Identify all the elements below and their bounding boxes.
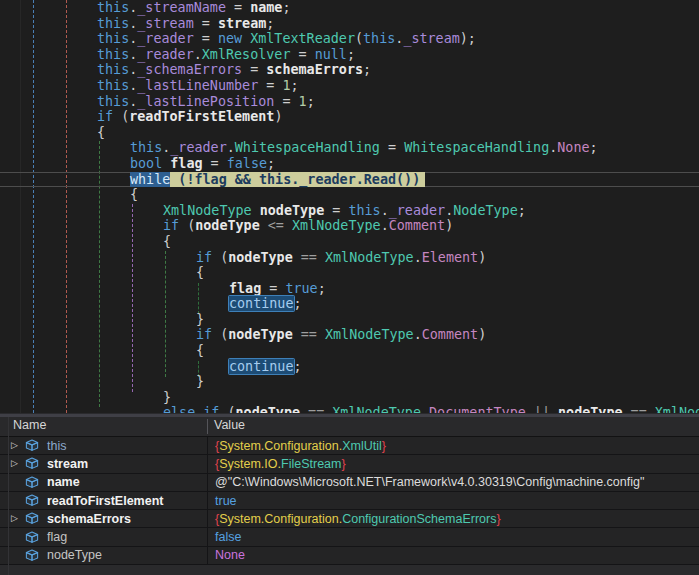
code-line[interactable]: this._schemaErrors = schemaErrors; (0, 62, 699, 78)
code-token: ; (318, 281, 326, 296)
expand-arrow-icon[interactable]: ▷ (11, 514, 24, 523)
code-line[interactable]: { (0, 234, 699, 250)
code-editor[interactable]: this._streamName = name;this._stream = s… (0, 0, 699, 413)
variable-name: nodeType (47, 548, 102, 562)
code-line[interactable]: this._lastLinePosition = 1; (0, 94, 699, 110)
variable-value[interactable]: @"C:\Windows\Microsoft.NET\Framework\v4.… (207, 474, 699, 491)
expand-arrow-icon[interactable]: ▷ (11, 459, 24, 468)
code-token: ; (590, 140, 598, 155)
variable-value[interactable]: true (207, 492, 699, 509)
code-token: this (97, 31, 129, 46)
code-token: _reader (389, 203, 445, 218)
code-token: ); (460, 31, 476, 46)
code-line[interactable]: { (0, 187, 699, 203)
code-line[interactable]: this._stream = stream; (0, 16, 699, 32)
code-line[interactable]: if (nodeType <= XmlNodeType.Comment) (0, 218, 699, 234)
locals-row-schemaErrors[interactable]: ▷schemaErrors{System.Configuration.Confi… (0, 510, 699, 528)
code-token: XmlNodeType (292, 218, 381, 233)
variable-name: flag (47, 530, 67, 544)
code-line[interactable]: { (0, 343, 699, 359)
code-token: _stream (403, 31, 459, 46)
field-icon (24, 456, 40, 471)
code-line[interactable]: this._reader.XmlResolver = null; (0, 47, 699, 63)
code-token: = (194, 16, 218, 31)
column-header-value[interactable]: Value (214, 418, 245, 432)
code-token: . (194, 47, 202, 62)
code-token: schemaErrors (266, 62, 363, 77)
column-header-name[interactable]: Name (13, 418, 46, 432)
code-token: || (526, 405, 558, 413)
code-token: ; (282, 0, 290, 15)
code-token: flag (170, 156, 202, 171)
code-token: 1 (299, 94, 307, 109)
code-token: ; (363, 62, 371, 77)
code-token: this (130, 140, 162, 155)
code-token: Comment (422, 327, 478, 342)
code-line[interactable]: this._reader = new XmlTextReader(this._s… (0, 31, 699, 47)
code-token: == (623, 405, 655, 413)
code-token: if (97, 109, 113, 124)
code-token: XmlNodeType (325, 250, 414, 265)
code-line[interactable]: this._streamName = name; (0, 0, 699, 16)
code-line[interactable]: continue; (0, 296, 699, 312)
code-token: ; (294, 296, 302, 311)
code-token: XmlNodeType (332, 405, 421, 413)
code-token (242, 31, 250, 46)
code-line[interactable]: if (nodeType == XmlNodeType.Element) (0, 250, 699, 266)
code-token: ) (478, 327, 486, 342)
code-line[interactable]: { (0, 265, 699, 281)
code-line[interactable]: else if (nodeType == XmlNodeType.Documen… (0, 405, 699, 413)
locals-row-name[interactable]: name@"C:\Windows\Microsoft.NET\Framework… (0, 474, 699, 492)
code-line[interactable]: } (0, 390, 699, 406)
variable-value[interactable]: {System.IO.FileStream} (207, 455, 699, 472)
code-token: nodeType (228, 250, 293, 265)
code-token: ; (518, 203, 526, 218)
code-token: = (226, 0, 250, 15)
variable-value[interactable]: false (207, 528, 699, 545)
code-line[interactable]: bool flag = false; (0, 156, 699, 172)
code-token: DocumentType (429, 405, 526, 413)
code-token: 1 (282, 78, 290, 93)
variable-value[interactable]: None (207, 547, 699, 564)
locals-row-stream[interactable]: ▷stream{System.IO.FileStream} (0, 455, 699, 473)
variable-value[interactable]: {System.Configuration.XmlUtil} (207, 437, 699, 454)
code-token: this (97, 16, 129, 31)
code-token: null (315, 47, 347, 62)
code-token: XmlNodeType (325, 327, 414, 342)
expand-arrow-icon[interactable]: ▷ (11, 441, 24, 450)
column-resize-handle[interactable] (207, 419, 208, 434)
code-token: nodeType (260, 203, 325, 218)
related-keyword-highlight: continue (229, 359, 294, 374)
code-token: nodeType (236, 405, 301, 413)
locals-row-readToFirstElement[interactable]: readToFirstElementtrue (0, 492, 699, 510)
code-line[interactable]: XmlNodeType nodeType = this._reader.Node… (0, 203, 699, 219)
code-token: ( (113, 109, 129, 124)
code-line[interactable]: continue; (0, 359, 699, 375)
locals-window: Name Value ▷this{System.Configuration.Xm… (0, 417, 699, 575)
field-icon (24, 493, 40, 508)
variable-value[interactable]: {System.Configuration.ConfigurationSchem… (207, 510, 699, 527)
code-line[interactable]: } (0, 312, 699, 328)
locals-row-nodeType[interactable]: nodeTypeNone (0, 547, 699, 565)
code-token: ) (478, 250, 486, 265)
code-line-current-statement[interactable]: while (!flag && this._reader.Read()) (0, 172, 699, 188)
locals-row-this[interactable]: ▷this{System.Configuration.XmlUtil} (0, 437, 699, 455)
code-token: Element (422, 250, 478, 265)
code-line[interactable]: if (readToFirstElement) (0, 109, 699, 125)
code-token: ( (355, 31, 363, 46)
code-token: == (293, 327, 325, 342)
code-line[interactable]: if (nodeType == XmlNodeType.Comment) (0, 327, 699, 343)
field-icon (24, 548, 40, 563)
code-line[interactable]: { (0, 125, 699, 141)
code-line[interactable]: } (0, 374, 699, 390)
code-token: Comment (389, 218, 445, 233)
code-token: name (250, 0, 282, 15)
code-line[interactable]: this._reader.WhitespaceHandling = Whites… (0, 140, 699, 156)
code-token: XmlResolver (202, 47, 291, 62)
code-line[interactable]: flag = true; (0, 281, 699, 297)
locals-row-flag[interactable]: flagfalse (0, 528, 699, 546)
code-token: = (258, 78, 282, 93)
code-line[interactable]: this._lastLineNumber = 1; (0, 78, 699, 94)
code-token: ( (179, 218, 195, 233)
code-token: } (196, 374, 204, 389)
